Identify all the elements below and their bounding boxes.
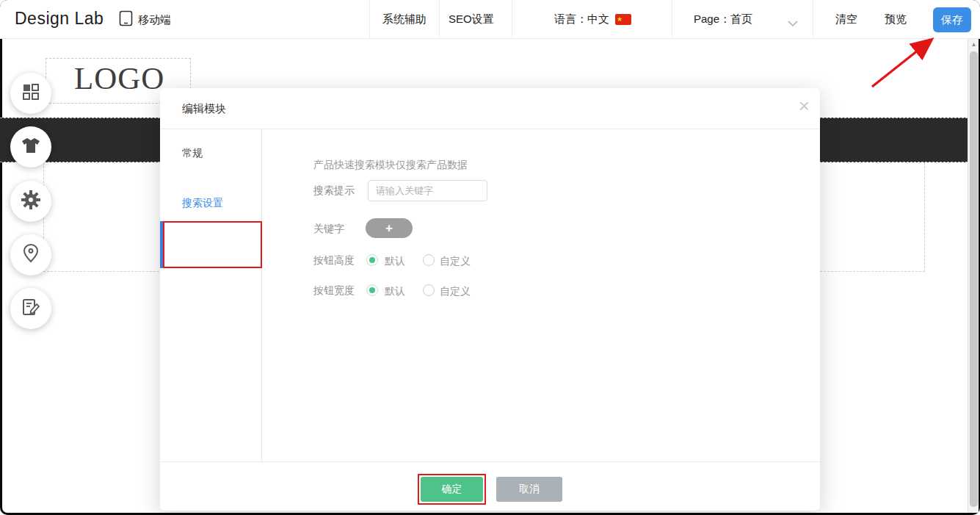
annotation-arrow — [863, 35, 943, 94]
radio-width-default-label[interactable]: 默认 — [385, 285, 405, 298]
radio-width-custom-label[interactable]: 自定义 — [440, 285, 471, 298]
search-hint-input[interactable] — [368, 180, 487, 201]
edit-note-icon — [21, 298, 40, 320]
sidebar-button-modules[interactable] — [10, 73, 51, 114]
sidebar-button-settings[interactable] — [10, 181, 51, 222]
topbar: Design Lab 移动端 系统辅助 SEO设置 语言：中文 ★ Page：首… — [0, 0, 980, 39]
topbar-divider — [512, 0, 512, 39]
page-selector[interactable]: Page：首页 — [694, 12, 752, 26]
dialog-footer: 确定 取消 — [160, 461, 820, 511]
design-lab-editor: Design Lab 移动端 系统辅助 SEO设置 语言：中文 ★ Page：首… — [0, 0, 980, 515]
search-hint-label: 搜索提示 — [313, 184, 355, 198]
chevron-down-icon[interactable] — [787, 17, 799, 24]
mobile-view-switch[interactable]: 移动端 — [119, 11, 171, 29]
page-scrollbar[interactable]: ▲ — [968, 39, 979, 513]
active-tab-indicator — [160, 221, 164, 268]
radio-height-custom-label[interactable]: 自定义 — [440, 255, 471, 268]
china-flag-icon: ★ — [615, 14, 631, 25]
sidebar-button-edit[interactable] — [10, 288, 51, 329]
brand-logo: Design Lab — [15, 9, 104, 29]
module-note-text: 产品快速搜索模块仅搜索产品数据 — [313, 159, 468, 172]
radio-width-default[interactable] — [366, 284, 378, 296]
radio-height-default[interactable] — [366, 254, 378, 266]
radio-height-custom[interactable] — [423, 254, 435, 266]
topbar-divider — [813, 0, 813, 39]
annotation-box-tab — [163, 221, 262, 268]
mobile-view-label: 移动端 — [138, 13, 171, 27]
clear-button[interactable]: 清空 — [835, 12, 857, 26]
topbar-divider — [439, 0, 440, 39]
radio-height-default-label[interactable]: 默认 — [385, 255, 405, 268]
menu-item-seo-settings[interactable]: SEO设置 — [449, 12, 494, 26]
close-icon[interactable]: × — [799, 96, 810, 115]
topbar-divider — [369, 0, 370, 39]
add-keyword-button[interactable]: + — [366, 218, 413, 238]
topbar-divider — [672, 0, 672, 39]
mobile-device-icon — [119, 10, 133, 29]
sidebar-button-products[interactable] — [10, 126, 51, 168]
button-width-label: 按钮宽度 — [313, 284, 355, 298]
dialog-tab-panel: 常规 搜索设置 — [160, 129, 262, 461]
sidebar-button-location[interactable] — [10, 234, 51, 275]
tab-general[interactable]: 常规 — [182, 147, 203, 160]
dialog-title: 编辑模块 — [182, 102, 226, 116]
menu-item-system-assist[interactable]: 系统辅助 — [382, 12, 427, 26]
language-selector[interactable]: 语言：中文 — [554, 12, 609, 26]
scrollbar-thumb[interactable] — [970, 51, 978, 507]
preview-button[interactable]: 预览 — [885, 12, 907, 26]
radio-width-custom[interactable] — [423, 284, 435, 296]
tab-search-settings[interactable]: 搜索设置 — [182, 197, 223, 210]
blocks-icon — [21, 82, 40, 104]
logo-text: LOGO — [74, 60, 164, 96]
save-button[interactable]: 保存 — [933, 7, 971, 32]
gear-icon — [21, 190, 41, 213]
confirm-button[interactable]: 确定 — [421, 477, 483, 502]
edit-module-dialog: 编辑模块 × 常规 搜索设置 产品快速搜索模块仅搜索产品数据 搜索提示 关键字 … — [160, 88, 820, 511]
tshirt-icon — [21, 137, 41, 157]
plus-icon: + — [385, 221, 393, 235]
location-pin-icon — [22, 243, 40, 267]
scroll-up-arrow-icon[interactable]: ▲ — [968, 39, 979, 51]
keywords-label: 关键字 — [313, 223, 344, 236]
dialog-header: 编辑模块 × — [160, 88, 820, 129]
cancel-button[interactable]: 取消 — [496, 477, 562, 502]
button-height-label: 按钮高度 — [313, 254, 355, 267]
